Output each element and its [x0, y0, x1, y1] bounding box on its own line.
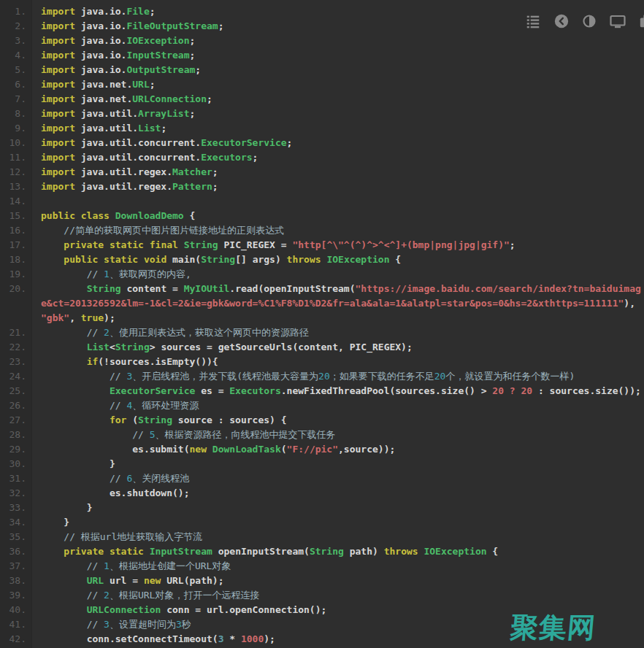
line-number: 37. [0, 559, 32, 574]
line-number: 3. [0, 34, 32, 48]
line-number: 13. [0, 180, 32, 194]
code-text: // 4、循环处理资源 [32, 398, 644, 413]
line-number: 35. [0, 530, 32, 544]
code-text: // 3、设置超时间为3秒 [32, 617, 644, 632]
code-line: 17. private static final String PIC_REGE… [0, 238, 644, 252]
code-line: 8.import java.util.ArrayList; [0, 107, 644, 121]
code-line: 40. URLConnection conn = url.openConnect… [0, 603, 644, 617]
code-line: 5.import java.io.OutputStream; [0, 63, 644, 77]
line-number: 11. [0, 150, 32, 165]
line-number: 2. [0, 19, 32, 34]
code-text: // 根据url地址获取输入字节流 [32, 530, 644, 544]
code-text: URLConnection conn = url.openConnection(… [32, 603, 644, 617]
line-number: 32. [0, 486, 32, 501]
code-line: 26. // 4、循环处理资源 [0, 398, 644, 413]
code-line: 39. // 2、根据URL对象，打开一个远程连接 [0, 588, 644, 603]
code-line: 34. } [0, 515, 644, 530]
line-number: 17. [0, 238, 32, 252]
snippet-toolbar [525, 12, 644, 30]
code-text: import java.util.regex.Matcher; [32, 165, 644, 180]
code-line: 41. // 3、设置超时间为3秒 [0, 617, 644, 632]
code-line: 27. for (String source : sources) { [0, 413, 644, 428]
code-text: List<String> sources = getSourceUrls(con… [32, 340, 644, 355]
code-line: 3.import java.io.IOException; [0, 34, 644, 48]
line-number: 29. [0, 442, 32, 457]
code-text: // 5、根据资源路径，向线程池中提交下载任务 [32, 428, 644, 442]
code-text: ExecutorService es = Executors.newFixedT… [32, 384, 644, 398]
line-number: 12. [0, 165, 32, 180]
line-number: 9. [0, 121, 32, 136]
line-number: 1. [0, 4, 32, 19]
code-text: import java.io.OutputStream; [32, 63, 644, 77]
code-line: 22. List<String> sources = getSourceUrls… [0, 340, 644, 355]
code-line: 7.import java.net.URLConnection; [0, 92, 644, 107]
code-line: 12.import java.util.regex.Matcher; [0, 165, 644, 180]
code-text: import java.net.URLConnection; [32, 92, 644, 107]
line-number: 34. [0, 515, 32, 530]
code-text: // 2、根据URL对象，打开一个远程连接 [32, 588, 644, 603]
code-text: String content = MyIOUtil.read(openInput… [32, 282, 644, 325]
line-number: 25. [0, 384, 32, 398]
code-text: } [32, 515, 644, 530]
code-line: 11.import java.util.concurrent.Executors… [0, 150, 644, 165]
code-text: es.submit(new DownLoadTask("F://pic",sou… [32, 442, 644, 457]
line-number: 7. [0, 92, 32, 107]
code-text: es.shutdown(); [32, 486, 644, 501]
line-number: 31. [0, 471, 32, 486]
code-line: 32. es.shutdown(); [0, 486, 644, 501]
line-number: 22. [0, 340, 32, 355]
line-number: 18. [0, 252, 32, 267]
code-line: 9.import java.util.List; [0, 121, 644, 136]
chevron-left-circle-icon[interactable] [553, 13, 570, 29]
code-line: 24. // 3、开启线程池，并发下载(线程池最大容量为20；如果要下载的任务不… [0, 369, 644, 384]
line-number: 42. [0, 632, 32, 647]
code-text [32, 194, 644, 209]
code-line: 29. es.submit(new DownLoadTask("F://pic"… [0, 442, 644, 457]
code-text: import java.util.concurrent.ExecutorServ… [32, 136, 644, 150]
contrast-icon[interactable] [582, 14, 597, 28]
line-number: 21. [0, 325, 32, 340]
code-line: 35. // 根据url地址获取输入字节流 [0, 530, 644, 544]
code-text: // 2、使用正则表达式，获取这个网页中的资源路径 [32, 325, 644, 340]
code-line: 18. public static void main(String[] arg… [0, 252, 644, 267]
code-text: import java.util.List; [32, 121, 644, 136]
line-number: 6. [0, 77, 32, 92]
line-number: 39. [0, 588, 32, 603]
line-number: 24. [0, 369, 32, 384]
line-number: 40. [0, 603, 32, 617]
line-number: 20. [0, 282, 32, 325]
code-text: import java.util.regex.Pattern; [32, 180, 644, 194]
code-text: if(!sources.isEmpty()){ [32, 355, 644, 369]
code-line: 30. } [0, 457, 644, 471]
code-line: 16. //简单的获取网页中图片图片链接地址的正则表达式 [0, 223, 644, 238]
code-text: } [32, 457, 644, 471]
code-line: 38. URL url = new URL(path); [0, 574, 644, 588]
code-editor: 1.import java.io.File;2.import java.io.F… [0, 0, 644, 647]
line-number: 4. [0, 48, 32, 63]
line-number: 19. [0, 267, 32, 282]
code-text: import java.util.ArrayList; [32, 107, 644, 121]
code-line: 33. } [0, 501, 644, 515]
code-text: import java.util.concurrent.Executors; [32, 150, 644, 165]
code-text: } [32, 501, 644, 515]
monitor-icon[interactable] [609, 12, 626, 30]
code-line: 4.import java.io.InputStream; [0, 48, 644, 63]
code-snippet-viewer: 1.import java.io.File;2.import java.io.F… [0, 0, 644, 648]
code-line: 10.import java.util.concurrent.ExecutorS… [0, 136, 644, 150]
line-number: 33. [0, 501, 32, 515]
line-number: 8. [0, 107, 32, 121]
line-number: 41. [0, 617, 32, 632]
list-icon[interactable] [525, 13, 541, 29]
code-line: 25. ExecutorService es = Executors.newFi… [0, 384, 644, 398]
copy-icon[interactable] [639, 13, 644, 29]
code-line: 13.import java.util.regex.Pattern; [0, 180, 644, 194]
code-text: import java.io.IOException; [32, 34, 644, 48]
code-line: 42. conn.setConnectTimeout(3 * 1000); [0, 632, 644, 647]
code-text: // 3、开启线程池，并发下载(线程池最大容量为20；如果要下载的任务不足20个… [32, 369, 644, 384]
code-line: 31. // 6、关闭线程池 [0, 471, 644, 486]
line-number: 23. [0, 355, 32, 369]
code-text: //简单的获取网页中图片图片链接地址的正则表达式 [32, 223, 644, 238]
code-text: URL url = new URL(path); [32, 574, 644, 588]
code-line: 37. // 1、根据地址创建一个URL对象 [0, 559, 644, 574]
code-line: 28. // 5、根据资源路径，向线程池中提交下载任务 [0, 428, 644, 442]
